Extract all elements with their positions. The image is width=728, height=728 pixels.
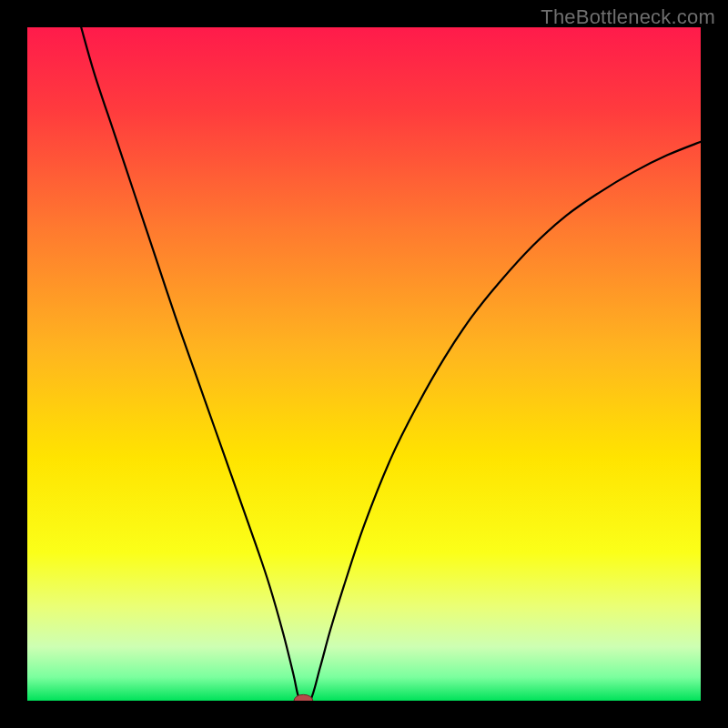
chart-frame: TheBottleneck.com [0, 0, 728, 728]
bottleneck-chart [27, 27, 701, 701]
plot-background [27, 27, 701, 701]
watermark-text: TheBottleneck.com [541, 5, 715, 29]
